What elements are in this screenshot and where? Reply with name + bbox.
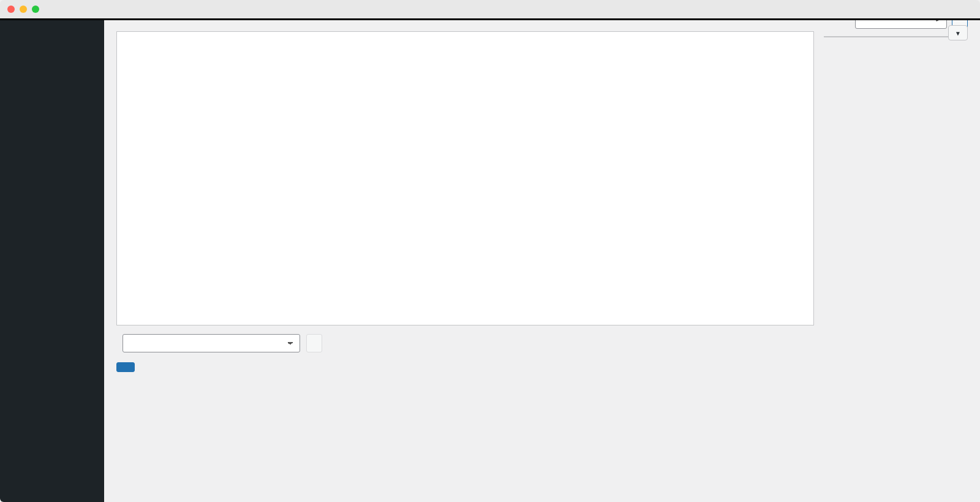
maximize-icon[interactable] [32, 6, 39, 13]
function-name-select[interactable] [123, 334, 300, 352]
theme-files-panel [824, 36, 968, 37]
code-editor[interactable] [116, 31, 814, 325]
help-tab[interactable] [948, 25, 968, 40]
theme-select[interactable] [855, 20, 947, 29]
close-icon[interactable] [7, 6, 15, 13]
editor-wrap [116, 31, 968, 372]
app-body [0, 18, 980, 502]
documentation-row [116, 334, 814, 352]
app-window [0, 0, 980, 502]
editor-left [116, 31, 814, 372]
theme-files-sidebar [824, 31, 968, 372]
lookup-button[interactable] [306, 334, 322, 352]
update-file-button[interactable] [116, 362, 135, 372]
minimize-icon[interactable] [20, 6, 27, 13]
traffic-lights [7, 6, 39, 13]
admin-sidebar [0, 20, 104, 502]
main-content [104, 20, 980, 502]
titlebar [0, 0, 980, 18]
